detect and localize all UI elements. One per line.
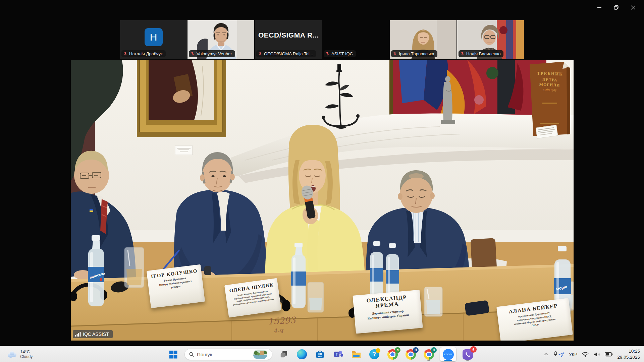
participant-name-label: Надія Василенко (459, 50, 503, 57)
participant-tile[interactable]: ASIST IQC (322, 20, 389, 59)
chrome-profile-2-button[interactable]: Н (404, 348, 417, 361)
teams-button[interactable]: T (331, 348, 345, 361)
chrome-profile-badge: п (395, 347, 400, 353)
file-explorer-button[interactable] (350, 348, 363, 361)
participant-strip: Н Наталія Драбчук (120, 20, 524, 59)
store-icon (315, 350, 325, 359)
plate-title: Голова Правління Центру політико-правови… (158, 276, 192, 291)
close-icon (631, 5, 636, 10)
windows-taskbar: 14°C Cloudy (0, 346, 644, 362)
zoom-app-button[interactable]: zoom (440, 347, 456, 361)
gold-framed-painting (137, 60, 226, 137)
cloud-icon (7, 350, 17, 358)
name-plate-kolushko: ІГОР КОЛУШКО Голова Правління Центру пол… (147, 264, 205, 308)
bing-daily-image[interactable] (253, 350, 267, 359)
task-view-icon (279, 350, 288, 359)
weather-temperature: 14°C (20, 350, 33, 355)
search-input[interactable] (197, 352, 251, 357)
search-icon (189, 352, 194, 357)
avatar: Н (145, 28, 163, 46)
participant-name-label: Ірина Тарновська (391, 50, 437, 57)
drinking-glass-yarema (424, 287, 442, 316)
signal-bars-icon (75, 332, 81, 337)
painting-label (175, 146, 193, 155)
help-app-button[interactable]: ? (368, 348, 381, 361)
conference-room-scene: 15293 4-ч шинська (71, 60, 574, 341)
speaker-icon[interactable] (593, 352, 600, 357)
mic-muted-icon (258, 52, 262, 56)
tray-time: 10:25 (617, 348, 640, 354)
plate-title: Державний секретар Кабінету міністрів Ук… (367, 308, 409, 321)
task-view-button[interactable] (277, 348, 290, 361)
book-cover-text: ТРЕБНИК ПЕТРА МОГИЛИ КИЇВ 1646 (531, 70, 568, 93)
hidden-icons-chevron[interactable] (543, 352, 549, 357)
battery-icon[interactable] (605, 352, 613, 357)
participant-tile[interactable]: OECD/SIGMA R... OECD/SIGMA Raija Tal... (255, 20, 322, 59)
viber-notification-badge: 6 (470, 346, 477, 353)
taskbar-center: T ? п Н Н (166, 346, 474, 362)
abstract-painting (389, 60, 546, 123)
tray-date: 29.05.2025 (617, 354, 640, 360)
minimize-icon (597, 5, 602, 10)
chrome-profile-3-button[interactable]: Н (422, 348, 435, 361)
mic-and-location-tray-icons[interactable] (553, 351, 565, 357)
system-tray: УКР 10:25 29.05.2025 (543, 346, 642, 362)
mic-muted-icon (191, 52, 195, 56)
participant-name-label: Volodymyr Venher (189, 50, 235, 57)
chrome-profile-1-button[interactable]: п (386, 348, 399, 361)
name-plate-yarema: ОЛЕКСАНДР ЯРЕМА Державний секретар Кабін… (353, 290, 423, 334)
microsoft-store-button[interactable] (313, 348, 327, 361)
help-app-icon: ? (369, 349, 379, 359)
participant-name-label: ASIST IQC (324, 50, 356, 57)
viber-button[interactable]: 6 (461, 348, 474, 361)
main-video-feed[interactable]: 15293 4-ч шинська (71, 60, 574, 341)
clock-widget[interactable]: 10:25 29.05.2025 (617, 348, 642, 360)
zoom-icon: zoom (443, 349, 454, 360)
svg-text:T: T (335, 352, 338, 356)
weather-condition: Cloudy (20, 355, 33, 359)
start-button[interactable] (166, 348, 180, 361)
question-mark-glyph: ? (373, 351, 376, 357)
weather-text: 14°C Cloudy (20, 350, 33, 359)
notification-dot (376, 348, 380, 353)
wifi-icon[interactable] (582, 352, 589, 357)
mic-muted-icon (393, 52, 397, 56)
plate-name: ОЛЕКСАНДР ЯРЕМА (365, 294, 409, 310)
mic-muted-icon (325, 52, 330, 56)
weather-widget[interactable]: 14°C Cloudy (4, 346, 35, 362)
taskbar-search[interactable] (184, 349, 272, 360)
edge-icon (297, 349, 307, 359)
restore-icon (614, 5, 619, 10)
close-button[interactable] (625, 0, 641, 15)
participant-tile[interactable]: Volodymyr Venher (187, 20, 254, 59)
mic-muted-icon (460, 52, 465, 56)
minimize-button[interactable] (591, 0, 608, 15)
restore-button[interactable] (608, 0, 625, 15)
participant-name-label: OECD/SIGMA Raija Tal... (256, 50, 316, 57)
chrome-profile-badge: Н (413, 347, 419, 353)
edge-browser-button[interactable] (295, 348, 309, 361)
table-graffiti-2: 4-ч (273, 327, 284, 335)
participant-tile[interactable]: Н Наталія Драбчук (120, 20, 187, 59)
windows-logo-icon (169, 350, 177, 359)
plate-title: представниця Директорату публічного уряд… (513, 311, 556, 329)
avatar-letter: Н (150, 32, 157, 43)
iqc-assist-watermark: IQC ASSIST (73, 330, 113, 338)
language-indicator[interactable]: УКР (569, 352, 577, 357)
drinking-glass-center (308, 282, 324, 312)
teams-icon: T (333, 350, 343, 359)
window-controls (591, 0, 641, 15)
participant-tile[interactable]: Ірина Тарновська (390, 20, 457, 59)
mic-muted-icon (123, 52, 127, 56)
participant-tile[interactable]: Надія Василенко (457, 20, 524, 59)
file-explorer-icon (351, 350, 361, 359)
table-graffiti: 15293 (268, 315, 297, 326)
participant-name-label: Наталія Драбчук (121, 50, 166, 57)
drinking-glass-left (124, 247, 144, 288)
chrome-profile-badge: Н (431, 347, 437, 353)
